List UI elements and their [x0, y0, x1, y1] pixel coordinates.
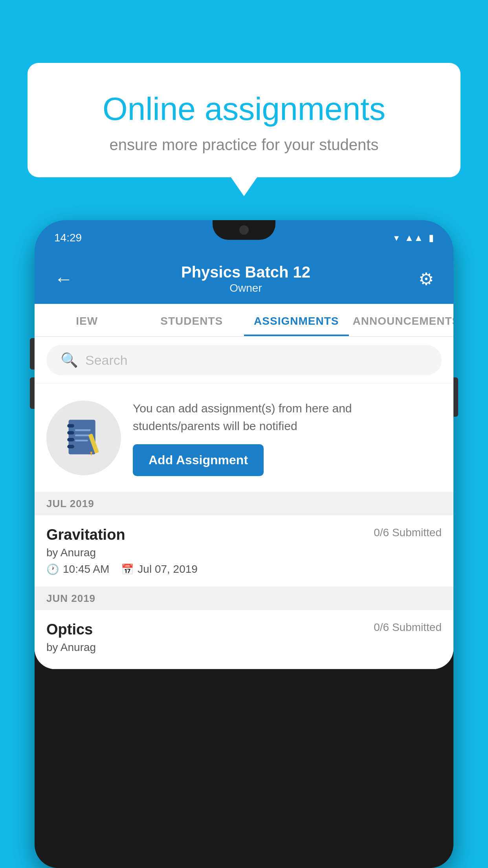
wifi-icon: ▾	[394, 232, 399, 243]
assignment-date: Jul 07, 2019	[138, 563, 198, 576]
notebook-icon-circle	[46, 401, 121, 475]
header-center: Physics Batch 12 Owner	[181, 263, 310, 294]
promo-card: Online assignments ensure more practice …	[28, 63, 460, 177]
svg-rect-7	[75, 440, 88, 441]
month-jul-2019: JUL 2019	[35, 492, 453, 515]
assignment-promo-description: You can add assignment(s) from here and …	[133, 399, 442, 435]
volume-down-button	[30, 377, 35, 409]
header-subtitle: Owner	[181, 282, 310, 294]
search-bar[interactable]: 🔍 Search	[46, 345, 442, 375]
time-meta: 🕐 10:45 AM	[46, 563, 109, 576]
date-meta: 📅 Jul 07, 2019	[121, 563, 198, 576]
promo-subtitle: ensure more practice for your students	[59, 136, 429, 154]
assignment-name: Gravitation	[46, 526, 125, 543]
status-bar: 14:29 ▾ ▲▲ ▮	[35, 220, 453, 256]
assignment-item-top-optics: Optics 0/6 Submitted	[46, 621, 442, 638]
tab-announcements[interactable]: ANNOUNCEMENTS	[349, 304, 454, 336]
tab-assignments[interactable]: ASSIGNMENTS	[244, 304, 349, 336]
assignment-time: 10:45 AM	[63, 563, 109, 576]
svg-rect-3	[67, 438, 74, 441]
tab-students[interactable]: STUDENTS	[139, 304, 244, 336]
search-container: 🔍 Search	[35, 337, 453, 384]
battery-icon: ▮	[429, 232, 434, 243]
camera	[239, 225, 249, 235]
phone-frame: 14:29 ▾ ▲▲ ▮ ← Physics Batch 12 Owner ⚙ …	[35, 220, 453, 868]
assignment-item-top: Gravitation 0/6 Submitted	[46, 526, 442, 543]
svg-rect-4	[67, 445, 74, 448]
promo-title: Online assignments	[59, 90, 429, 127]
assignment-submitted: 0/6 Submitted	[374, 526, 442, 539]
settings-icon[interactable]: ⚙	[418, 269, 434, 289]
assignment-by-optics: by Anurag	[46, 641, 442, 654]
tab-iew[interactable]: IEW	[35, 304, 139, 336]
assignment-item-optics[interactable]: Optics 0/6 Submitted by Anurag	[35, 610, 453, 669]
signal-icon: ▲▲	[404, 232, 423, 243]
assignment-promo-text: You can add assignment(s) from here and …	[133, 399, 442, 476]
search-icon: 🔍	[61, 352, 78, 368]
volume-up-button	[30, 338, 35, 370]
assignment-promo-block: You can add assignment(s) from here and …	[35, 384, 453, 492]
month-jun-2019: JUN 2019	[35, 587, 453, 610]
svg-rect-2	[67, 431, 74, 434]
status-icons: ▾ ▲▲ ▮	[394, 232, 434, 243]
tabs-bar: IEW STUDENTS ASSIGNMENTS ANNOUNCEMENTS	[35, 304, 453, 337]
power-button	[453, 377, 458, 417]
notebook-icon	[62, 416, 105, 460]
status-time: 14:29	[54, 232, 82, 244]
clock-icon: 🕐	[46, 563, 59, 576]
search-placeholder: Search	[85, 353, 128, 368]
calendar-icon: 📅	[121, 563, 134, 576]
assignment-meta: 🕐 10:45 AM 📅 Jul 07, 2019	[46, 563, 442, 576]
svg-rect-5	[75, 429, 91, 431]
phone-screen: IEW STUDENTS ASSIGNMENTS ANNOUNCEMENTS 🔍…	[35, 304, 453, 669]
app-header: ← Physics Batch 12 Owner ⚙	[35, 256, 453, 304]
assignment-submitted-optics: 0/6 Submitted	[374, 621, 442, 634]
add-assignment-button[interactable]: Add Assignment	[133, 444, 264, 476]
assignment-by: by Anurag	[46, 546, 442, 559]
svg-rect-6	[75, 434, 91, 436]
back-button[interactable]: ←	[54, 268, 73, 290]
assignment-name-optics: Optics	[46, 621, 93, 638]
notch	[213, 220, 275, 240]
svg-rect-1	[67, 424, 74, 427]
header-title: Physics Batch 12	[181, 263, 310, 281]
assignment-item-gravitation[interactable]: Gravitation 0/6 Submitted by Anurag 🕐 10…	[35, 515, 453, 587]
